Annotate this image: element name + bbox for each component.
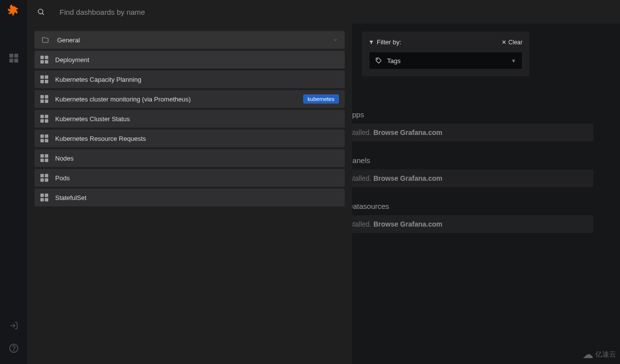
dashboard-item-label: Pods [55, 174, 70, 182]
help-nav-button[interactable] [4, 338, 24, 358]
dashboard-tag-badge[interactable]: kubernetes [303, 95, 339, 103]
search-results-panel: General DeploymentKubernetes Capacity Pl… [27, 24, 352, 364]
tag-icon [375, 57, 382, 64]
dashboard-item[interactable]: Kubernetes cluster monitoring (via Prome… [34, 90, 345, 108]
search-input[interactable] [60, 8, 306, 16]
dashboard-item-label: Kubernetes Resource Requests [55, 135, 146, 142]
dashboard-item[interactable]: Kubernetes Cluster Status [34, 110, 345, 128]
installed-datasources-heading: ed Datasources [337, 202, 593, 210]
dashboard-item[interactable]: Kubernetes Capacity Planning [34, 70, 345, 88]
dashboard-item[interactable]: Pods [34, 169, 345, 187]
background-plugins-section: ed Apps installed. Browse Grafana.com ed… [337, 110, 593, 248]
filter-clear-button[interactable]: Clear [502, 39, 522, 46]
installed-datasources-row: installed. Browse Grafana.com [337, 215, 593, 233]
dashboard-grid-icon [40, 134, 48, 142]
browse-panels-link[interactable]: Browse Grafana.com [373, 174, 442, 182]
svg-point-3 [38, 9, 43, 14]
installed-apps-row: installed. Browse Grafana.com [337, 124, 593, 141]
dashboard-grid-icon [40, 75, 48, 83]
signin-nav-button[interactable] [4, 316, 24, 335]
watermark: ☁ 亿速云 [583, 348, 616, 361]
main-content-area: Filter by: Clear Tags ▼ ed Apps installe… [352, 24, 620, 364]
filter-icon [369, 40, 374, 45]
search-icon [37, 8, 45, 16]
cloud-icon: ☁ [583, 348, 593, 361]
dashboard-item-label: Kubernetes Capacity Planning [55, 76, 141, 83]
dashboard-item-label: StatefulSet [55, 194, 87, 201]
installed-panels-heading: ed Panels [337, 156, 593, 165]
dashboard-grid-icon [9, 54, 18, 63]
caret-down-icon: ▼ [511, 58, 516, 64]
folder-header-general[interactable]: General [34, 31, 345, 49]
dashboard-grid-icon [40, 154, 48, 162]
browse-apps-link[interactable]: Browse Grafana.com [373, 129, 442, 136]
search-bar [27, 0, 620, 24]
filter-heading: Filter by: [377, 38, 401, 46]
tags-dropdown[interactable]: Tags ▼ [369, 52, 522, 69]
dashboard-item[interactable]: Kubernetes Resource Requests [34, 130, 345, 147]
dashboard-item-label: Deployment [55, 56, 89, 64]
dashboard-grid-icon [40, 174, 48, 182]
dashboard-item[interactable]: Deployment [34, 51, 345, 68]
dashboard-item[interactable]: StatefulSet [34, 189, 345, 206]
folder-label: General [57, 36, 80, 44]
installed-panels-row: installed. Browse Grafana.com [337, 169, 593, 187]
svg-line-4 [42, 13, 44, 15]
grafana-logo[interactable] [6, 4, 21, 19]
dashboard-item-label: Nodes [55, 155, 74, 162]
filter-panel: Filter by: Clear Tags ▼ [362, 32, 529, 76]
left-nav-rail [0, 0, 27, 364]
dashboard-grid-icon [40, 115, 48, 123]
svg-point-7 [377, 59, 378, 60]
dashboard-item[interactable]: Nodes [34, 149, 345, 167]
installed-apps-heading: ed Apps [337, 110, 593, 119]
tags-label: Tags [387, 57, 400, 65]
dashboard-grid-icon [40, 56, 48, 64]
close-icon [502, 40, 506, 44]
browse-datasources-link[interactable]: Browse Grafana.com [373, 220, 442, 228]
dashboard-item-label: Kubernetes Cluster Status [55, 115, 130, 123]
svg-point-2 [13, 350, 14, 351]
dashboard-grid-icon [40, 95, 48, 103]
dashboard-item-label: Kubernetes cluster monitoring (via Prome… [55, 96, 191, 103]
folder-open-icon [41, 36, 49, 43]
chevron-down-icon [333, 37, 338, 42]
dashboard-grid-icon [40, 194, 48, 201]
dashboards-nav-button[interactable] [4, 48, 24, 68]
